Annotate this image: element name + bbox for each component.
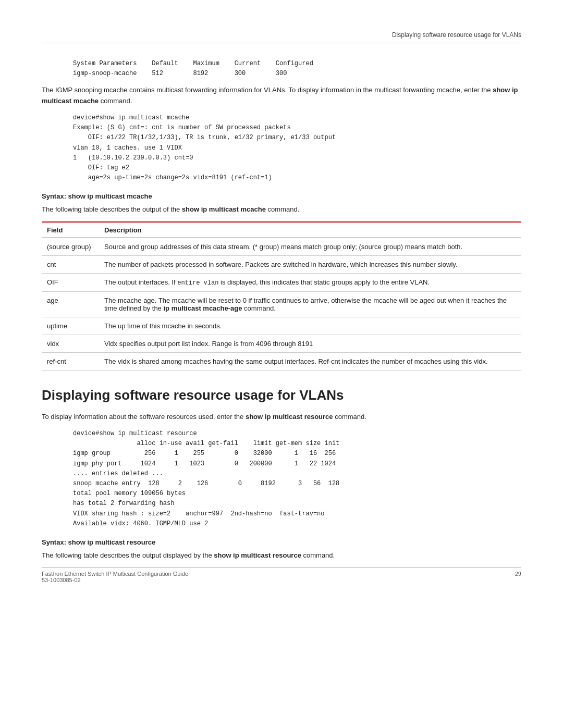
table-row: age The mcache age. The mcache will be r…: [42, 292, 521, 317]
section-intro: To display information about the softwar…: [42, 412, 521, 423]
desc-ref-cnt: The vidx is shared among mcaches having …: [99, 353, 521, 371]
footer-left: FastIron Ethernet Switch IP Multicast Co…: [42, 571, 188, 583]
footer-page-number: 29: [515, 571, 521, 583]
col-field: Field: [42, 222, 99, 238]
system-params-code: System Parameters Default Maximum Curren…: [73, 59, 521, 79]
section-intro-prefix: To display information about the softwar…: [42, 413, 246, 421]
field-uptime: uptime: [42, 317, 99, 335]
table-intro-2-prefix: The following table describes the output…: [42, 551, 214, 559]
bold-ip-multicast: ip multicast mcache-age: [163, 304, 242, 312]
field-oif: OIF: [42, 274, 99, 292]
field-vidx: vidx: [42, 335, 99, 353]
desc-cnt: The number of packets processed in softw…: [99, 256, 521, 274]
desc-oif: The output interfaces. If entire vlan is…: [99, 274, 521, 292]
code-block-1: device#show ip multicast mcache Example:…: [73, 113, 521, 183]
table-row: uptime The up time of this mcache in sec…: [42, 317, 521, 335]
header-title: Displaying software resource usage for V…: [392, 31, 521, 39]
table-row: ref-cnt The vidx is shared among mcaches…: [42, 353, 521, 371]
table-row: cnt The number of packets processed in s…: [42, 256, 521, 274]
desc-age: The mcache age. The mcache will be reset…: [99, 292, 521, 317]
section-intro-suffix: command.: [333, 413, 366, 421]
code-block-2: device#show ip multicast resource alloc …: [73, 429, 521, 529]
field-table-1: Field Description (source group) Source …: [42, 221, 521, 371]
section-title: Displaying software resource usage for V…: [42, 387, 521, 403]
table-row: vidx Vidx specifies output port list ind…: [42, 335, 521, 353]
field-cnt: cnt: [42, 256, 99, 274]
footer-doc-number: 53-1003085-02: [42, 577, 188, 583]
section-intro-bold: show ip multicast resource: [246, 413, 333, 421]
desc-uptime: The up time of this mcache in seconds.: [99, 317, 521, 335]
table-intro-1: The following table describes the output…: [42, 204, 521, 215]
table-intro-2-bold: show ip multicast resource: [214, 551, 301, 559]
table-intro-1-prefix: The following table describes the output…: [42, 205, 182, 213]
col-description: Description: [99, 222, 521, 238]
table-row: (source group) Source and group addresse…: [42, 238, 521, 256]
page-header: Displaying software resource usage for V…: [42, 31, 521, 43]
intro-paragraph: The IGMP snooping mcache contains multic…: [42, 85, 521, 107]
syntax-heading-1: Syntax: show ip multicast mcache: [42, 192, 521, 200]
table-intro-2: The following table describes the output…: [42, 550, 521, 561]
field-age: age: [42, 292, 99, 317]
intro-text: The IGMP snooping mcache contains multic…: [42, 86, 493, 94]
table-intro-1-bold: show ip multicast mcache: [182, 205, 266, 213]
code-entire-vlan: entire vlan: [177, 279, 218, 287]
table-row: OIF The output interfaces. If entire vla…: [42, 274, 521, 292]
desc-source-group: Source and group addresses of this data …: [99, 238, 521, 256]
page-footer: FastIron Ethernet Switch IP Multicast Co…: [42, 567, 521, 583]
table-intro-2-suffix: command.: [301, 551, 335, 559]
intro-end: command.: [99, 97, 132, 105]
table-intro-1-suffix: command.: [266, 205, 299, 213]
desc-vidx: Vidx specifies output port list index. R…: [99, 335, 521, 353]
footer-guide-title: FastIron Ethernet Switch IP Multicast Co…: [42, 571, 188, 577]
field-source-group: (source group): [42, 238, 99, 256]
field-ref-cnt: ref-cnt: [42, 353, 99, 371]
syntax-heading-2: Syntax: show ip multicast resource: [42, 538, 521, 546]
